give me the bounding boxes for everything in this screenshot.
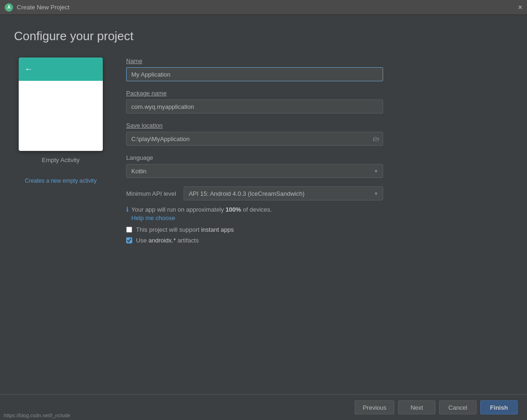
- preview-card-header: ←: [19, 57, 103, 81]
- instant-apps-label: This project will support instant apps: [136, 226, 234, 233]
- name-label: Name: [126, 57, 383, 64]
- package-name-label: Package name: [126, 90, 383, 97]
- close-button[interactable]: ×: [518, 4, 522, 11]
- api-level-row: Minimum API level API 15: Android 4.0.3 …: [126, 186, 383, 200]
- package-name-group: Package name: [126, 90, 383, 114]
- next-button[interactable]: Next: [398, 400, 435, 414]
- activity-label: Empty Activity: [42, 157, 80, 164]
- language-group: Language Kotlin Java: [126, 154, 383, 178]
- description-label[interactable]: Creates a new empty activity: [25, 178, 96, 184]
- info-icon: ℹ: [126, 206, 128, 213]
- save-location-input[interactable]: [126, 132, 383, 146]
- previous-button[interactable]: Previous: [355, 400, 394, 414]
- title-bar: A Create New Project ×: [0, 0, 527, 15]
- language-select-wrapper: Kotlin Java: [126, 164, 383, 178]
- package-name-input[interactable]: [126, 100, 383, 114]
- info-content: Your app will run on approximately 100% …: [131, 205, 272, 221]
- url-bar: https://blog.csdn.net/l_nclude: [0, 411, 74, 420]
- api-level-select[interactable]: API 15: Android 4.0.3 (IceCreamSandwich)…: [184, 186, 383, 200]
- language-select[interactable]: Kotlin Java: [126, 164, 383, 178]
- preview-card: ←: [19, 57, 103, 151]
- help-link[interactable]: Help me choose: [131, 214, 272, 221]
- form-panel: Name Package name Save location 🗁: [126, 57, 397, 420]
- info-text: Your app will run on approximately 100% …: [131, 206, 272, 213]
- name-group: Name: [126, 57, 383, 81]
- name-input[interactable]: [126, 67, 383, 81]
- api-select-wrapper: API 15: Android 4.0.3 (IceCreamSandwich)…: [184, 186, 383, 200]
- language-label: Language: [126, 154, 383, 161]
- back-arrow-icon: ←: [24, 64, 33, 74]
- app-icon: A: [5, 3, 13, 12]
- page-title: Configure your project: [14, 29, 527, 43]
- instant-apps-checkbox[interactable]: [126, 227, 132, 233]
- cancel-button[interactable]: Cancel: [439, 400, 477, 414]
- preview-card-body: [19, 81, 103, 151]
- bottom-bar: https://blog.csdn.net/l_nclude Previous …: [0, 394, 527, 420]
- save-location-label: Save location: [126, 122, 383, 129]
- info-row: ℹ Your app will run on approximately 100…: [126, 205, 383, 221]
- folder-icon[interactable]: 🗁: [373, 135, 379, 142]
- save-location-group: Save location 🗁: [126, 122, 383, 146]
- api-level-label: Minimum API level: [126, 190, 176, 197]
- finish-button[interactable]: Finish: [480, 400, 518, 414]
- androidx-label: Use androidx.* artifacts: [136, 237, 199, 244]
- content-area: ← Empty Activity Creates a new empty act…: [14, 57, 527, 420]
- androidx-row: Use androidx.* artifacts: [126, 237, 383, 244]
- title-bar-text: Create New Project: [17, 4, 70, 11]
- androidx-checkbox[interactable]: [126, 237, 132, 243]
- save-location-input-wrapper: 🗁: [126, 132, 383, 146]
- main-content: Configure your project ← Empty Activity …: [0, 15, 527, 420]
- left-panel: ← Empty Activity Creates a new empty act…: [14, 57, 107, 420]
- instant-apps-row: This project will support instant apps: [126, 226, 383, 233]
